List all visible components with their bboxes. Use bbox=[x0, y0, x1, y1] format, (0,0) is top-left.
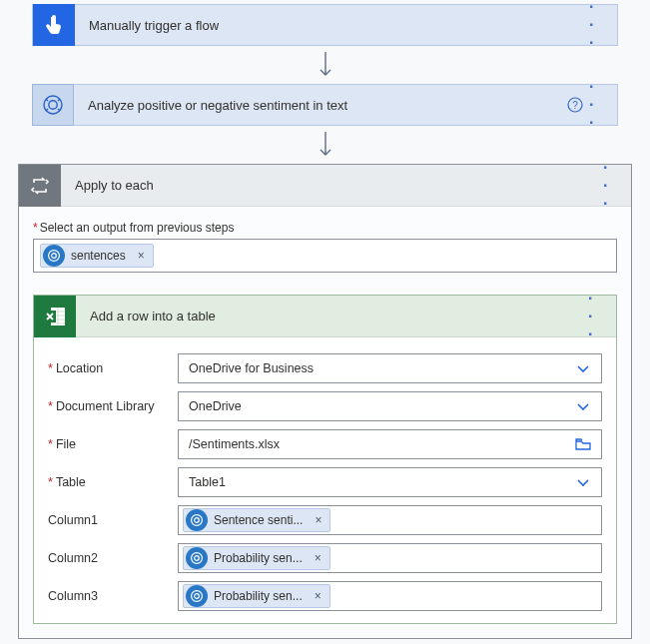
svg-point-10 bbox=[192, 553, 203, 564]
token-label: Probability sen... bbox=[214, 551, 307, 565]
step-more-button[interactable]: · · · bbox=[588, 290, 616, 343]
input-column1[interactable]: Sentence senti... × bbox=[178, 505, 602, 535]
svg-point-11 bbox=[195, 556, 200, 561]
row-column1: Column1 Sentence senti... × bbox=[48, 505, 602, 535]
step-more-button[interactable]: · · · bbox=[589, 78, 617, 132]
input-column3[interactable]: Probability sen... × bbox=[178, 581, 602, 611]
svg-point-12 bbox=[192, 591, 203, 602]
help-button[interactable]: ? bbox=[561, 97, 589, 113]
chevron-down-icon[interactable] bbox=[569, 475, 597, 489]
svg-point-1 bbox=[49, 101, 57, 109]
token-label: Sentence senti... bbox=[214, 513, 307, 527]
token-remove[interactable]: × bbox=[307, 589, 329, 603]
svg-text:?: ? bbox=[572, 100, 578, 111]
label-column1: Column1 bbox=[48, 513, 178, 527]
arrow-connector bbox=[0, 132, 650, 158]
loop-icon bbox=[19, 165, 61, 207]
touch-icon bbox=[33, 4, 75, 46]
label-file: *File bbox=[48, 437, 178, 451]
ai-icon bbox=[32, 84, 74, 126]
step-add-row-table: Add a row into a table · · · *Location O… bbox=[33, 295, 617, 624]
svg-point-9 bbox=[195, 518, 200, 523]
select-output-input[interactable]: sentences × bbox=[33, 239, 617, 273]
token-label: sentences bbox=[71, 249, 130, 263]
add-row-header[interactable]: Add a row into a table · · · bbox=[34, 296, 616, 337]
token-probability-2[interactable]: Probability sen... × bbox=[183, 584, 330, 608]
token-remove[interactable]: × bbox=[130, 249, 153, 263]
chevron-down-icon[interactable] bbox=[569, 399, 597, 413]
row-column2: Column2 Probability sen... × bbox=[48, 543, 602, 573]
token-label: Probability sen... bbox=[214, 589, 307, 603]
svg-point-8 bbox=[192, 515, 203, 526]
label-column2: Column2 bbox=[48, 551, 178, 565]
select-location[interactable]: OneDrive for Business bbox=[178, 353, 602, 383]
select-table[interactable]: Table1 bbox=[178, 467, 602, 497]
step-more-button[interactable]: · · · bbox=[589, 0, 617, 52]
add-row-form: *Location OneDrive for Business *Documen… bbox=[34, 337, 616, 623]
chevron-down-icon[interactable] bbox=[569, 361, 597, 375]
row-table: *Table Table1 bbox=[48, 467, 602, 497]
folder-icon[interactable] bbox=[569, 437, 597, 451]
svg-point-0 bbox=[44, 96, 62, 114]
ai-token-icon bbox=[186, 547, 208, 569]
input-file[interactable]: /Sentiments.xlsx bbox=[178, 429, 602, 459]
label-document-library: *Document Library bbox=[48, 399, 178, 413]
token-remove[interactable]: × bbox=[307, 513, 329, 527]
row-column3: Column3 Probability sen... × bbox=[48, 581, 602, 611]
svg-point-5 bbox=[52, 254, 57, 259]
step-more-button[interactable]: · · · bbox=[603, 159, 631, 213]
token-sentences[interactable]: sentences × bbox=[40, 244, 154, 268]
select-output-label: *Select an output from previous steps bbox=[19, 207, 631, 239]
arrow-connector bbox=[0, 52, 650, 78]
step-title: Add a row into a table bbox=[76, 309, 588, 323]
step-title: Apply to each bbox=[61, 178, 603, 193]
input-column2[interactable]: Probability sen... × bbox=[178, 543, 602, 573]
ai-token-icon bbox=[186, 585, 208, 607]
step-title: Manually trigger a flow bbox=[75, 18, 589, 33]
svg-point-4 bbox=[49, 251, 60, 262]
svg-point-13 bbox=[195, 594, 200, 599]
step-title: Analyze positive or negative sentiment i… bbox=[74, 98, 561, 113]
row-file: *File /Sentiments.xlsx bbox=[48, 429, 602, 459]
ai-token-icon bbox=[43, 245, 65, 267]
label-column3: Column3 bbox=[48, 589, 178, 603]
token-sentence-sentiment[interactable]: Sentence senti... × bbox=[183, 508, 330, 532]
step-analyze-sentiment[interactable]: Analyze positive or negative sentiment i… bbox=[32, 84, 618, 126]
row-location: *Location OneDrive for Business bbox=[48, 353, 602, 383]
apply-to-each-header[interactable]: Apply to each · · · bbox=[19, 165, 631, 207]
token-remove[interactable]: × bbox=[307, 551, 329, 565]
apply-to-each-container: Apply to each · · · *Select an output fr… bbox=[18, 164, 632, 639]
token-probability-1[interactable]: Probability sen... × bbox=[183, 546, 330, 570]
ai-token-icon bbox=[186, 509, 208, 531]
row-document-library: *Document Library OneDrive bbox=[48, 391, 602, 421]
label-table: *Table bbox=[48, 475, 178, 489]
label-location: *Location bbox=[48, 361, 178, 375]
step-manual-trigger[interactable]: Manually trigger a flow · · · bbox=[32, 4, 618, 46]
excel-icon bbox=[34, 296, 76, 337]
select-document-library[interactable]: OneDrive bbox=[178, 391, 602, 421]
